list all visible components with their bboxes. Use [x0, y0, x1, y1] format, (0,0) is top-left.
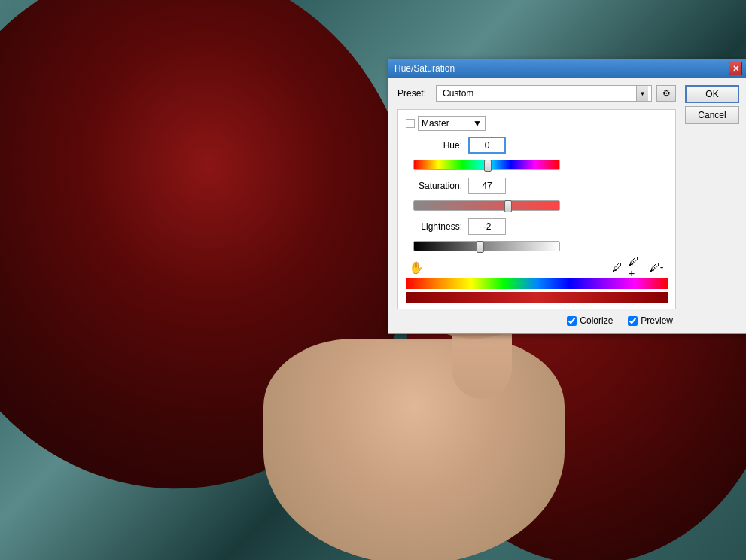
colorize-option: Colorize — [567, 315, 613, 326]
eyedropper-tools: 🖊 🖊+ 🖊- — [609, 259, 665, 275]
button-column: OK Cancel — [685, 85, 739, 124]
dialog-body: Preset: Custom ▼ ⚙ Master — [388, 78, 746, 333]
lightness-value[interactable]: -2 — [468, 218, 506, 235]
hue-value[interactable]: 0 — [468, 137, 506, 154]
eyedropper-subtract-icon: 🖊- — [650, 261, 664, 273]
result-color-bar — [406, 292, 668, 303]
preset-select[interactable]: Custom ▼ — [436, 85, 652, 102]
eyedropper-add-icon: 🖊+ — [629, 255, 645, 279]
close-button[interactable]: ✕ — [729, 62, 742, 75]
eyedropper-subtract-button[interactable]: 🖊- — [648, 259, 665, 275]
saturation-label: Saturation: — [406, 181, 462, 191]
shoulder — [263, 339, 565, 560]
hue-track — [413, 160, 560, 170]
preset-label: Preset: — [397, 88, 431, 99]
lightness-track — [413, 241, 560, 251]
preview-option: Preview — [628, 315, 673, 326]
dialog-content: Preset: Custom ▼ ⚙ Master — [397, 85, 739, 326]
inner-panel: Master ▼ Hue: 0 — [397, 109, 676, 309]
dialog-titlebar: Hue/Saturation ✕ — [388, 59, 746, 78]
saturation-thumb[interactable] — [504, 200, 512, 212]
hue-row: Hue: 0 — [406, 137, 668, 154]
preset-value: Custom — [440, 88, 636, 99]
saturation-slider-container — [413, 200, 668, 211]
channel-checkbox — [406, 119, 415, 128]
preview-label: Preview — [641, 315, 673, 326]
saturation-value[interactable]: 47 — [468, 178, 506, 194]
hue-saturation-dialog: Hue/Saturation ✕ Preset: Custom ▼ ⚙ — [388, 59, 746, 334]
tools-row: ✋ 🖊 🖊+ 🖊- — [406, 256, 668, 278]
channel-value: Master — [422, 118, 449, 129]
colorize-checkbox[interactable] — [567, 316, 577, 326]
hue-thumb[interactable] — [484, 160, 492, 172]
saturation-row: Saturation: 47 — [406, 178, 668, 194]
preview-checkbox[interactable] — [628, 316, 638, 326]
channel-dropdown-arrow: ▼ — [473, 118, 482, 129]
eyedropper-add-button[interactable]: 🖊+ — [629, 259, 645, 275]
eyedropper-button[interactable]: 🖊 — [609, 259, 626, 275]
saturation-track — [413, 200, 560, 211]
preset-icon: ⚙ — [662, 88, 671, 99]
hue-slider-container — [413, 160, 668, 170]
lightness-label: Lightness: — [406, 221, 462, 232]
checkboxes-area: Colorize Preview — [397, 315, 676, 326]
left-panel: Preset: Custom ▼ ⚙ Master — [397, 85, 676, 326]
cancel-button[interactable]: Cancel — [685, 106, 739, 124]
preset-dropdown-arrow: ▼ — [636, 86, 648, 101]
channel-select[interactable]: Master ▼ — [418, 116, 486, 131]
hue-label: Hue: — [406, 140, 462, 151]
rainbow-color-bar — [406, 278, 668, 289]
lightness-thumb[interactable] — [477, 241, 484, 253]
channel-row: Master ▼ — [406, 116, 668, 131]
lightness-row: Lightness: -2 — [406, 218, 668, 235]
preset-row: Preset: Custom ▼ ⚙ — [397, 85, 676, 102]
ok-button[interactable]: OK — [685, 85, 739, 103]
hand-tool-icon[interactable]: ✋ — [409, 260, 424, 275]
eyedropper-icon: 🖊 — [612, 261, 623, 273]
dialog-title: Hue/Saturation — [394, 63, 455, 74]
preset-icon-button[interactable]: ⚙ — [656, 85, 676, 102]
colorize-label: Colorize — [580, 315, 613, 326]
lightness-slider-container — [413, 241, 668, 251]
